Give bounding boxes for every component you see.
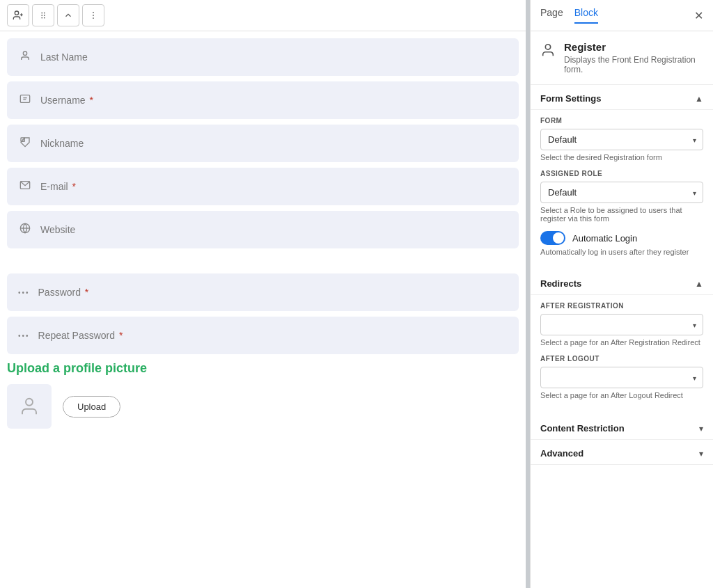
upload-section: Upload a profile picture Upload [0, 361, 526, 429]
move-up-button[interactable] [57, 4, 79, 26]
drag-button[interactable] [32, 4, 54, 26]
username-field[interactable]: Username * [7, 81, 519, 119]
email-field[interactable]: E-mail * [7, 168, 519, 205]
after-registration-helper: Select a page for an After Registration … [540, 338, 703, 347]
nickname-field[interactable]: Nickname [7, 125, 519, 162]
auto-login-toggle[interactable] [540, 231, 565, 245]
role-select-group: ASSIGNED ROLE Default ▾ Select a Role to… [540, 170, 703, 223]
content-restriction-title: Content Restriction [540, 423, 625, 434]
content-restriction-chevron[interactable]: ▾ [699, 424, 703, 434]
right-panel: Page Block ✕ Register Displays the Front… [530, 0, 713, 588]
block-info: Register Displays the Front End Registra… [531, 31, 713, 85]
website-field[interactable]: Website [7, 211, 519, 248]
after-logout-group: AFTER LOGOUT ▾ Select a page for an Afte… [540, 355, 703, 399]
repeat-password-label: Repeat Password * [38, 330, 123, 341]
redirects-body: AFTER REGISTRATION ▾ Select a page for a… [531, 295, 713, 415]
form-settings-header: Form Settings ▲ [531, 85, 713, 110]
block-title: Register [564, 41, 703, 53]
content-restriction-header[interactable]: Content Restriction ▾ [531, 415, 713, 440]
required-indicator: * [70, 181, 76, 192]
nickname-label: Nickname [40, 138, 84, 149]
role-select-helper: Select a Role to be assigned to users th… [540, 206, 703, 223]
add-user-button[interactable] [7, 4, 29, 26]
email-label: E-mail * [40, 181, 76, 192]
form-select-label: FORM [540, 117, 703, 125]
email-icon [18, 180, 32, 193]
advanced-chevron[interactable]: ▾ [699, 449, 703, 459]
password-label: Password * [38, 287, 89, 298]
svg-point-21 [26, 399, 33, 406]
right-header: Page Block ✕ [531, 0, 713, 31]
form-settings-body: FORM Default ▾ Select the desired Regist… [531, 110, 713, 270]
last-name-label: Last Name [40, 51, 88, 63]
auto-login-helper: Automatically log in users after they re… [540, 248, 703, 256]
avatar-placeholder [7, 384, 52, 429]
required-indicator: * [116, 330, 123, 341]
after-logout-wrapper: ▾ [540, 367, 703, 388]
after-registration-group: AFTER REGISTRATION ▾ Select a page for a… [540, 302, 703, 347]
badge-icon [18, 93, 32, 107]
spacer [7, 254, 519, 268]
more-options-button[interactable] [82, 4, 104, 26]
redirects-header: Redirects ▲ [531, 270, 713, 295]
svg-rect-13 [20, 95, 29, 103]
upload-button[interactable]: Upload [63, 396, 120, 418]
svg-point-9 [93, 12, 94, 13]
globe-icon [18, 223, 32, 237]
upload-avatar-area: Upload [7, 384, 519, 429]
password-dots-icon: ••• [18, 289, 30, 296]
role-select[interactable]: Default [540, 182, 703, 203]
website-label: Website [40, 224, 75, 235]
required-indicator: * [82, 287, 88, 298]
role-select-wrapper: Default ▾ [540, 182, 703, 203]
svg-point-6 [44, 15, 45, 16]
form-area: Last Name Username * [0, 31, 526, 361]
form-settings-chevron[interactable]: ▲ [695, 94, 703, 104]
role-select-label: ASSIGNED ROLE [540, 170, 703, 177]
tab-block[interactable]: Block [574, 7, 598, 24]
form-select-helper: Select the desired Registration form [540, 153, 703, 161]
person-icon [18, 50, 32, 64]
svg-point-0 [15, 11, 18, 15]
repeat-password-dots-icon: ••• [18, 332, 30, 340]
block-desc: Displays the Front End Registration form… [564, 55, 703, 74]
advanced-title: Advanced [540, 448, 583, 459]
after-registration-select[interactable] [540, 314, 703, 335]
tag-icon [18, 136, 32, 150]
block-text: Register Displays the Front End Registra… [564, 41, 703, 74]
upload-title: Upload a profile picture [7, 361, 519, 376]
last-name-field[interactable]: Last Name [7, 38, 519, 76]
required-indicator: * [87, 95, 93, 106]
register-icon [540, 42, 556, 62]
svg-point-4 [44, 13, 45, 14]
close-button[interactable]: ✕ [694, 9, 703, 22]
left-panel: Last Name Username * [0, 0, 526, 588]
svg-point-10 [93, 15, 94, 16]
svg-point-5 [41, 15, 42, 16]
toolbar [0, 0, 526, 31]
svg-point-12 [23, 51, 26, 55]
redirects-title: Redirects [540, 278, 581, 289]
after-registration-label: AFTER REGISTRATION [540, 302, 703, 310]
redirects-chevron[interactable]: ▲ [695, 279, 703, 289]
svg-point-8 [44, 17, 45, 19]
svg-point-22 [545, 45, 550, 49]
advanced-header[interactable]: Advanced ▾ [531, 440, 713, 465]
svg-point-17 [22, 139, 24, 141]
form-select-group: FORM Default ▾ Select the desired Regist… [540, 117, 703, 161]
after-logout-label: AFTER LOGOUT [540, 355, 703, 363]
username-label: Username * [40, 95, 93, 106]
auto-login-row: Automatic Login [540, 231, 703, 245]
after-logout-select[interactable] [540, 367, 703, 388]
form-select-wrapper: Default ▾ [540, 129, 703, 150]
repeat-password-field[interactable]: ••• Repeat Password * [7, 317, 519, 354]
auto-login-label: Automatic Login [572, 233, 637, 244]
form-select[interactable]: Default [540, 129, 703, 150]
after-logout-helper: Select a page for an After Logout Redire… [540, 391, 703, 399]
tab-page[interactable]: Page [540, 7, 563, 24]
svg-point-11 [93, 17, 94, 19]
form-settings-title: Form Settings [540, 93, 601, 104]
after-registration-wrapper: ▾ [540, 314, 703, 335]
password-field[interactable]: ••• Password * [7, 273, 519, 311]
svg-point-7 [41, 17, 42, 19]
